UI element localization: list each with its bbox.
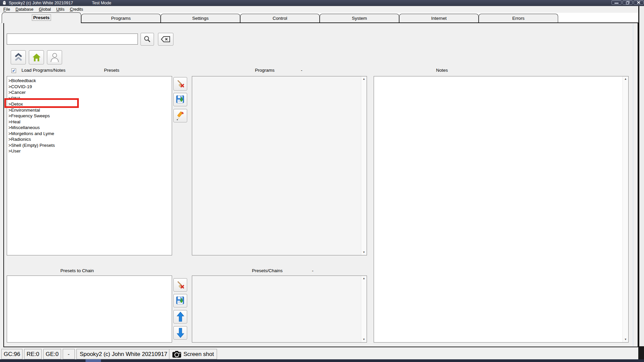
panel-inner-edge	[633, 23, 633, 347]
spooky2-window: Spooky2 (c) John White 20210917 Test Mod…	[0, 0, 644, 362]
move-down-icon	[176, 328, 184, 338]
clear-search-button[interactable]	[158, 33, 173, 46]
window-right-border	[638, 6, 639, 359]
bottom-right-block	[639, 346, 644, 359]
menu-file[interactable]: File	[1, 6, 13, 12]
tab-label: Internet	[431, 16, 447, 21]
search-icon	[143, 35, 151, 43]
restore-button[interactable]	[623, 0, 633, 5]
save-floppy-icon	[176, 296, 185, 305]
test-mode-label: Test Mode	[92, 1, 111, 5]
user-button[interactable]	[47, 50, 62, 64]
tab-settings[interactable]: Settings	[161, 14, 240, 22]
scroll-up-icon[interactable]: ▲	[623, 76, 628, 82]
search-input[interactable]	[7, 34, 138, 45]
load-programs-label: Load Programs/Notes	[21, 68, 65, 73]
chains-scrollbar[interactable]: ▲ ▼	[361, 276, 367, 342]
preset-item[interactable]: >Environmental	[7, 107, 172, 113]
collapse-all-button[interactable]	[11, 50, 26, 64]
status-cell: GE:0	[43, 349, 61, 359]
tab-system[interactable]: System	[320, 14, 399, 22]
taskbar-active-app[interactable]	[86, 359, 101, 362]
close-icon	[637, 1, 640, 4]
user-icon	[50, 52, 59, 62]
scroll-down-icon[interactable]: ▼	[361, 250, 367, 255]
menu-database[interactable]: Database	[13, 6, 36, 12]
tab-label: Presets	[32, 15, 51, 20]
tab-internet[interactable]: Internet	[399, 14, 479, 22]
collapse-all-icon	[14, 53, 23, 62]
restore-icon	[626, 1, 630, 4]
preset-item[interactable]: >Radionics	[7, 136, 172, 142]
save-preset-button[interactable]	[173, 93, 187, 106]
tab-errors[interactable]: Errors	[479, 14, 558, 22]
scroll-down-icon[interactable]: ▼	[361, 337, 367, 342]
programs-header: Programs	[255, 68, 275, 73]
menu-global[interactable]: Global	[36, 6, 54, 12]
home-icon	[32, 53, 41, 62]
backspace-clear-icon	[161, 36, 171, 43]
close-button[interactable]	[634, 0, 644, 5]
notes-scrollbar[interactable]: ▲ ▼	[623, 76, 628, 342]
clear-chain-button[interactable]	[173, 278, 187, 292]
preset-item[interactable]: >Morgellons and Lyme	[7, 131, 172, 137]
status-cell: -	[63, 349, 75, 359]
taskbar[interactable]	[0, 359, 644, 362]
save-chain-button[interactable]	[173, 294, 187, 307]
scroll-up-icon[interactable]: ▲	[361, 76, 367, 82]
preset-item[interactable]: >Biofeedback	[7, 78, 172, 84]
tab-programs[interactable]: Programs	[81, 14, 161, 22]
load-programs-checkbox[interactable]: ✔	[11, 68, 16, 73]
tabstrip: PresetsProgramsSettingsControlSystemInte…	[0, 12, 638, 23]
preset-item[interactable]: >Heal	[7, 119, 172, 125]
titlebar: Spooky2 (c) John White 20210917 Test Mod…	[0, 0, 644, 6]
annotation-highlight	[4, 98, 79, 108]
status-cell: Spooky2 (c) John White 20210917	[76, 349, 171, 359]
edit-pencil-icon	[176, 111, 185, 120]
tab-label: Errors	[512, 16, 525, 21]
tab-label: System	[352, 16, 367, 21]
clear-presets-button[interactable]	[173, 77, 187, 90]
clear-broom-icon	[176, 79, 185, 88]
tab-label: Control	[273, 16, 287, 21]
programs-scrollbar[interactable]: ▲ ▼	[361, 76, 367, 255]
preset-item[interactable]: >Miscellaneous	[7, 125, 172, 131]
move-up-button[interactable]	[173, 310, 187, 323]
preset-item[interactable]: >Frequency Sweeps	[7, 113, 172, 119]
presets-to-chain-list[interactable]	[7, 276, 172, 343]
tab-presets[interactable]: Presets	[2, 12, 81, 23]
save-floppy-icon	[176, 95, 185, 104]
presets-chains-header-value: -	[312, 268, 314, 273]
status-cells: GC:96RE:0GE:0-Spooky2 (c) John White 202…	[1, 349, 171, 359]
desktop-gutter	[639, 6, 644, 359]
tab-label: Programs	[111, 16, 131, 21]
preset-item[interactable]: >Cancer	[7, 89, 172, 96]
programs-list[interactable]	[192, 76, 367, 255]
preset-item[interactable]: >Shell (Empty) Presets	[7, 142, 172, 148]
status-cell: RE:0	[24, 349, 42, 359]
window-title: Spooky2 (c) John White 20210917	[9, 1, 73, 5]
edit-preset-button[interactable]	[173, 109, 187, 122]
scroll-up-icon[interactable]: ▲	[361, 276, 367, 281]
clear-broom-icon	[176, 280, 185, 290]
menu-credits[interactable]: Credits	[67, 6, 86, 12]
home-button[interactable]	[29, 50, 44, 64]
minimize-icon	[614, 3, 619, 4]
preset-item[interactable]: >User	[7, 148, 172, 154]
screenshot-label: Screen shot	[183, 351, 214, 358]
programs-header-value: -	[301, 68, 303, 73]
presets-chains-list[interactable]	[192, 276, 367, 343]
tab-control[interactable]: Control	[240, 14, 320, 22]
preset-item[interactable]: >COVID-19	[7, 84, 172, 90]
statusbar: GC:96RE:0GE:0-Spooky2 (c) John White 202…	[0, 347, 638, 359]
presets-chains-header: Presets/Chains	[252, 268, 283, 273]
move-down-button[interactable]	[173, 326, 187, 340]
search-button[interactable]	[141, 33, 154, 46]
menu-utils[interactable]: Utils	[54, 6, 67, 12]
notes-textarea[interactable]	[374, 76, 629, 343]
presets-header: Presets	[104, 68, 119, 73]
scroll-down-icon[interactable]: ▼	[623, 337, 628, 342]
status-cell: GC:96	[1, 349, 22, 359]
minimize-button[interactable]	[611, 0, 622, 5]
screenshot-button[interactable]: Screen shot	[169, 349, 217, 359]
